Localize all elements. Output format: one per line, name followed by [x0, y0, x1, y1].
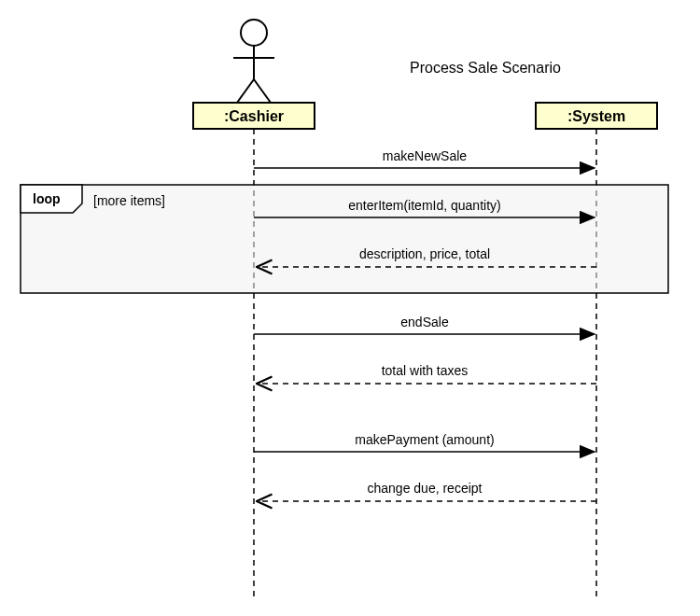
- message-label: enterItem(itemId, quantity): [348, 198, 500, 213]
- participant-cashier-label: :Cashier: [224, 108, 284, 124]
- svg-point-0: [241, 20, 267, 46]
- message-change-return: change due, receipt: [257, 481, 596, 501]
- svg-line-4: [254, 79, 271, 103]
- message-makeNewSale: makeNewSale: [254, 148, 595, 168]
- message-label: makePayment (amount): [355, 432, 494, 447]
- message-label: total with taxes: [382, 363, 469, 378]
- participant-system-label: :System: [567, 108, 625, 124]
- loop-fragment: loop [more items]: [21, 185, 668, 293]
- message-makePayment: makePayment (amount): [254, 432, 595, 452]
- message-label: endSale: [400, 315, 449, 329]
- message-label: description, price, total: [359, 246, 490, 261]
- participant-cashier-header: :Cashier: [193, 103, 315, 129]
- loop-kind-label: loop: [33, 191, 61, 206]
- diagram-title: Process Sale Scenario: [410, 60, 561, 76]
- actor-cashier: [233, 20, 274, 103]
- sequence-diagram: Process Sale Scenario :Cashier :System m…: [0, 0, 700, 616]
- participant-system-header: :System: [536, 103, 657, 129]
- message-label: change due, receipt: [368, 481, 483, 496]
- message-label: makeNewSale: [383, 148, 467, 163]
- message-endSale: endSale: [254, 315, 595, 334]
- svg-line-3: [237, 79, 254, 103]
- message-total-return: total with taxes: [257, 363, 596, 384]
- loop-guard: [more items]: [93, 193, 165, 208]
